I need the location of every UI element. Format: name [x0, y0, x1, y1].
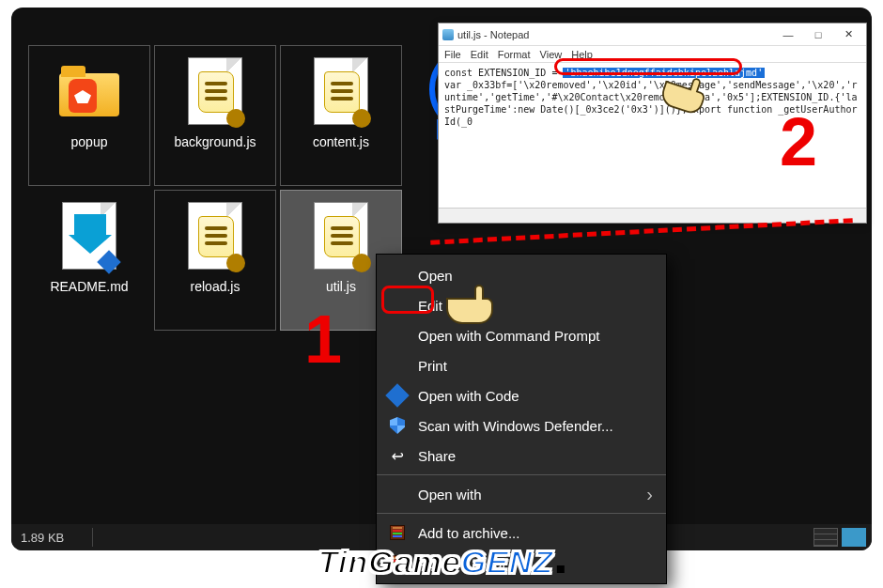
share-icon: ↪: [388, 446, 407, 465]
ctx-open[interactable]: Open: [377, 260, 666, 290]
context-menu: Open Edit Open with Command Prompt Print…: [376, 254, 667, 584]
annotation-number-1: 1: [304, 301, 342, 378]
folder-popup[interactable]: popup: [28, 45, 150, 186]
menu-edit[interactable]: Edit: [471, 49, 488, 60]
window-close-button[interactable]: ✕: [834, 26, 862, 43]
annotation-number-2: 2: [780, 103, 817, 180]
notepad-title: util.js - Notepad: [457, 29, 529, 40]
watermark-text-1: TinGame: [318, 544, 461, 580]
window-maximize-button[interactable]: □: [804, 26, 832, 43]
menu-view[interactable]: View: [540, 49, 563, 60]
js-file-icon: [314, 57, 368, 125]
folder-icon: [59, 66, 119, 116]
ctx-open-cmd[interactable]: Open with Command Prompt: [377, 320, 666, 350]
file-reload-js[interactable]: reload.js: [154, 190, 276, 331]
js-file-icon: [188, 202, 242, 270]
menu-format[interactable]: Format: [498, 49, 531, 60]
file-label: reload.js: [191, 279, 240, 294]
vscode-icon: [388, 386, 407, 405]
file-label: popup: [71, 134, 108, 149]
pointing-hand-icon: [443, 278, 503, 329]
menu-help[interactable]: Help: [571, 49, 593, 60]
watermark-text-2: GENZ: [461, 544, 553, 580]
notepad-icon: [442, 29, 454, 40]
file-content-js[interactable]: content.js: [280, 45, 402, 186]
notepad-titlebar[interactable]: util.js - Notepad — □ ✕: [439, 23, 866, 46]
file-label: background.js: [174, 134, 256, 149]
archive-icon: [388, 523, 407, 542]
js-file-icon: [314, 202, 368, 270]
notepad-menubar: File Edit Format View Help: [439, 46, 866, 63]
markdown-file-icon: [62, 202, 116, 270]
js-file-icon: [188, 57, 242, 125]
ctx-edit[interactable]: Edit: [377, 290, 666, 320]
file-label: README.md: [50, 279, 128, 294]
watermark-dot-icon: [557, 565, 565, 573]
ctx-separator: [377, 474, 666, 475]
file-label: util.js: [326, 279, 356, 294]
shield-icon: [388, 416, 407, 435]
status-file-size: 1.89 KB: [11, 531, 92, 545]
ctx-scan-defender[interactable]: Scan with Windows Defender...: [377, 410, 666, 441]
view-icons-toggle[interactable]: [842, 528, 866, 547]
file-readme-md[interactable]: README.md: [28, 190, 150, 331]
ctx-separator: [377, 513, 666, 514]
ctx-share[interactable]: ↪Share: [377, 441, 666, 471]
window-minimize-button[interactable]: —: [774, 26, 802, 43]
status-divider: [92, 528, 93, 547]
file-label: content.js: [313, 134, 369, 149]
view-details-toggle[interactable]: [813, 528, 838, 547]
code-line-prefix: const EXTENSION_ID =: [444, 68, 563, 78]
watermark-logo: TinGame GENZ: [318, 544, 565, 580]
file-background-js[interactable]: background.js: [154, 45, 276, 186]
menu-file[interactable]: File: [444, 49, 461, 60]
ctx-open-with-code[interactable]: Open with Code: [377, 380, 666, 410]
ctx-print[interactable]: Print: [377, 350, 666, 380]
ctx-open-with[interactable]: Open with: [377, 479, 666, 509]
